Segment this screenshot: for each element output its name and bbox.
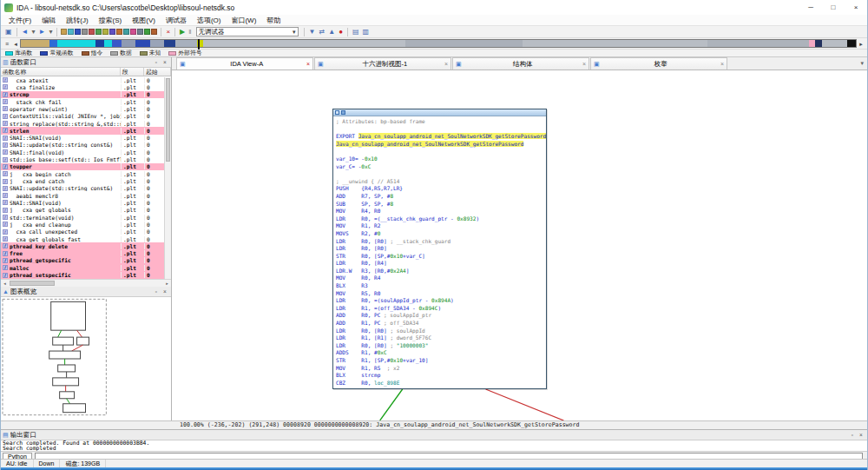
function-row[interactable]: fstring_replace(std::string &,std::stri.… xyxy=(1,120,164,127)
scrollbar-track[interactable] xyxy=(9,280,163,287)
function-row[interactable]: fstd::ios_base::setf(std::_Ios_Fmtflags … xyxy=(1,156,164,162)
cancel-icon[interactable]: × xyxy=(164,27,172,37)
tab-enums[interactable]: ▣枚举× xyxy=(590,57,727,70)
pause-icon[interactable]: ‖ xyxy=(187,27,193,37)
tab-structures[interactable]: ▣结构体× xyxy=(452,57,589,70)
function-row[interactable]: fSNAI::SNAI(void).plt0 xyxy=(1,199,164,206)
toolbar-mini-icon[interactable] xyxy=(123,29,129,35)
navigation-band[interactable] xyxy=(20,39,857,48)
function-row[interactable]: fstrlen.plt0 xyxy=(1,127,164,134)
segments-icon[interactable]: ▤ xyxy=(351,27,361,37)
ida-view-graph-canvas[interactable]: ; Attributes: bp-based frame EXPORT Java… xyxy=(172,70,867,420)
function-row[interactable]: f__cxa_get_globals_fast.plt0 xyxy=(1,235,164,242)
dock-icon[interactable]: ▫ xyxy=(848,430,857,440)
close-icon[interactable]: × xyxy=(582,61,586,68)
navband-menu-icon[interactable]: ≡ xyxy=(3,39,11,49)
close-icon[interactable]: × xyxy=(720,61,724,68)
close-button[interactable]: × xyxy=(845,0,867,15)
menu-windows[interactable]: 窗口(W) xyxy=(226,16,261,25)
functions-vscrollbar[interactable] xyxy=(164,77,171,279)
toolbar-mini-icon[interactable] xyxy=(137,29,143,35)
scrollbar-thumb[interactable] xyxy=(10,281,55,286)
functions-column-headers[interactable]: 函数名称段起始 xyxy=(1,68,171,76)
function-row[interactable]: fSNAI::update(std::string const&).plt0 xyxy=(1,142,164,149)
toolbar-mini-icon[interactable] xyxy=(144,29,150,35)
navband-left-arrow-icon[interactable]: ◂ xyxy=(11,39,20,49)
scroll-left-icon[interactable]: ◂ xyxy=(1,280,9,287)
function-row[interactable]: ffree.plt0 xyxy=(1,250,164,257)
scroll-right-icon[interactable]: ▸ xyxy=(163,280,171,287)
back-icon[interactable]: ◄ xyxy=(20,27,30,37)
menu-help[interactable]: 帮助 xyxy=(261,16,286,25)
menu-edit[interactable]: 编辑 xyxy=(36,16,61,25)
step-into-icon[interactable]: ▼ xyxy=(307,27,318,37)
tab-ida-view-a[interactable]: ▣IDA View-A× xyxy=(176,57,313,70)
column-header[interactable]: 起始 xyxy=(144,68,171,76)
navband-right-arrow-icon[interactable]: ▸ xyxy=(857,39,865,49)
names-icon[interactable]: ▥ xyxy=(361,27,372,37)
graph-node-titlebar[interactable] xyxy=(333,109,546,116)
scrollbar-thumb[interactable] xyxy=(166,78,170,162)
functions-list[interactable]: f__cxa_atexit.plt0f__cxa_finalize.plt0fs… xyxy=(1,76,164,279)
close-icon[interactable]: × xyxy=(161,287,169,296)
disassembly-listing[interactable]: ; Attributes: bp-based frame EXPORT Java… xyxy=(333,116,546,388)
forward-caret-icon[interactable]: ▾ xyxy=(47,27,54,37)
save-icon[interactable]: ▣ xyxy=(3,27,14,37)
function-row[interactable]: fSNAI::final(void).plt0 xyxy=(1,149,164,156)
step-over-icon[interactable]: ⇄ xyxy=(318,27,327,37)
toolbar-mini-icon[interactable] xyxy=(130,29,136,35)
toolbar-mini-icon[interactable] xyxy=(102,29,108,35)
run-until-icon[interactable]: ▲ xyxy=(326,27,337,37)
toolbar-mini-icon[interactable] xyxy=(82,29,88,35)
breakpoint-icon[interactable]: ● xyxy=(337,27,345,37)
function-row[interactable]: f__cxa_call_unexpected.plt0 xyxy=(1,228,164,235)
toolbar-mini-icon[interactable] xyxy=(75,29,81,35)
minimize-button[interactable]: ─ xyxy=(799,0,822,15)
toolbar-mini-icon[interactable] xyxy=(151,29,157,35)
menu-options[interactable]: 选项(O) xyxy=(192,16,227,25)
back-caret-icon[interactable]: ▾ xyxy=(30,27,36,37)
function-row[interactable]: fj___cxa_end_catch.plt0 xyxy=(1,177,164,184)
function-row[interactable]: fSNAI::update(std::string const&).plt0 xyxy=(1,185,164,192)
close-icon[interactable]: × xyxy=(161,57,169,67)
tab-list-icon[interactable]: ▾ xyxy=(857,60,867,67)
toolbar-mini-icon[interactable] xyxy=(116,29,122,35)
function-row[interactable]: f__cxa_atexit.plt0 xyxy=(1,76,164,83)
column-header[interactable]: 段 xyxy=(121,68,144,76)
menu-jump[interactable]: 跳转(J) xyxy=(61,16,93,25)
function-row[interactable]: fpthread_setspecific.plt0 xyxy=(1,271,164,278)
navband-position-marker[interactable] xyxy=(198,39,200,50)
toolbar-mini-icon[interactable] xyxy=(68,29,74,35)
run-icon[interactable]: ▶ xyxy=(178,27,187,37)
function-row[interactable]: fpthread_key_delete.plt0 xyxy=(1,242,164,249)
function-row[interactable]: f__cxa_finalize.plt0 xyxy=(1,83,164,90)
dock-icon[interactable]: ▫ xyxy=(152,57,161,67)
function-row[interactable]: f__aeabi_memclr8.plt0 xyxy=(1,192,164,199)
graph-node[interactable]: ; Attributes: bp-based frame EXPORT Java… xyxy=(332,109,547,389)
function-row[interactable]: fj___cxa_end_cleanup.plt0 xyxy=(1,221,164,228)
dock-icon[interactable]: ▫ xyxy=(152,287,161,296)
function-row[interactable]: fContextUtils::valid(_JNIEnv *,_jobject … xyxy=(1,113,164,120)
close-icon[interactable]: × xyxy=(444,61,448,68)
function-row[interactable]: fpthread_getspecific.plt0 xyxy=(1,257,164,264)
function-row[interactable]: f__stack_chk_fail.plt0 xyxy=(1,98,164,105)
output-log[interactable]: Search completed. Found at 0000000000003… xyxy=(1,440,867,451)
menu-file[interactable]: 文件(F) xyxy=(3,16,36,25)
toolbar-mini-icon[interactable] xyxy=(95,29,102,35)
function-row[interactable]: fSNAI::SNAI(void).plt0 xyxy=(1,135,164,142)
function-row[interactable]: fj___cxa_begin_catch.plt0 xyxy=(1,170,164,177)
close-icon[interactable]: × xyxy=(306,61,310,68)
menu-view[interactable]: 视图(V) xyxy=(127,16,161,25)
toolbar-mini-icon[interactable] xyxy=(89,29,95,35)
function-row[interactable]: ftoupper.plt0 xyxy=(1,163,164,170)
debugger-select[interactable]: 无调试器▾ xyxy=(196,27,299,36)
forward-icon[interactable]: ► xyxy=(37,27,48,37)
function-row[interactable]: fmalloc.plt0 xyxy=(1,264,164,271)
function-row[interactable]: fstd::terminate(void).plt0 xyxy=(1,214,164,221)
column-header[interactable]: 函数名称 xyxy=(1,68,121,76)
functions-hscrollbar[interactable]: ◂ ▸ xyxy=(1,279,171,287)
function-row[interactable]: fstrcmp.plt0 xyxy=(1,91,164,98)
toolbar-mini-icon[interactable] xyxy=(109,29,115,35)
maximize-button[interactable]: □ xyxy=(822,0,845,15)
tab-hex-view-1[interactable]: ▣十六进制视图-1× xyxy=(314,57,451,70)
